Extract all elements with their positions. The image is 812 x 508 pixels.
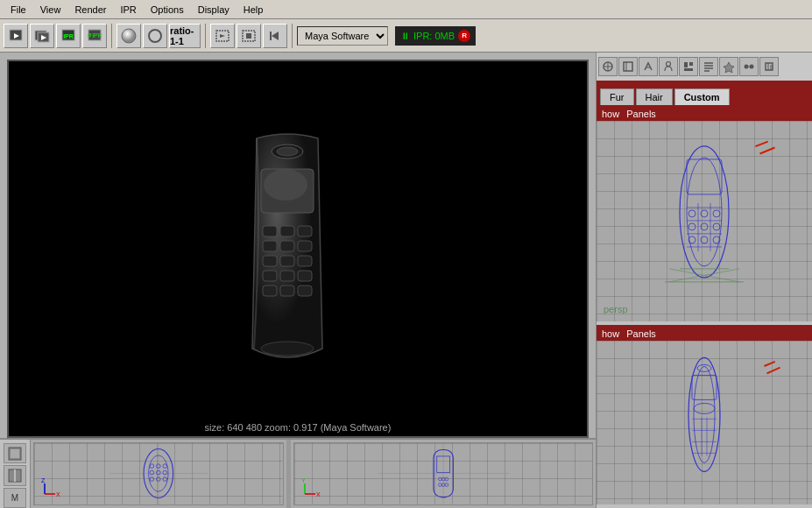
- svg-point-109: [713, 223, 720, 230]
- svg-rect-21: [263, 226, 277, 236]
- menu-view[interactable]: View: [33, 3, 68, 17]
- render-prev-button[interactable]: [263, 24, 287, 48]
- attr-icon-2[interactable]: [618, 57, 638, 76]
- right-viewport-top-show[interactable]: how: [602, 109, 619, 119]
- svg-line-93: [755, 142, 768, 147]
- tab-fur[interactable]: Fur: [600, 88, 634, 105]
- svg-point-79: [667, 62, 671, 67]
- sphere-icon-button[interactable]: [117, 24, 141, 48]
- tab-custom[interactable]: Custom: [674, 88, 730, 105]
- svg-rect-27: [263, 256, 277, 266]
- menu-display[interactable]: Display: [191, 3, 237, 17]
- svg-rect-26: [298, 241, 312, 251]
- svg-point-18: [277, 147, 298, 156]
- svg-rect-90: [766, 63, 773, 70]
- svg-point-49: [150, 470, 154, 475]
- bottom-viewport-2[interactable]: Y X: [293, 442, 593, 505]
- svg-point-46: [150, 464, 154, 469]
- svg-line-117: [764, 362, 775, 366]
- red-ticks-top: [751, 138, 794, 166]
- svg-text:Y: Y: [301, 478, 306, 483]
- attr-icon-4[interactable]: [659, 57, 678, 76]
- right-panel: Fur Hair Custom how Panels: [596, 53, 812, 508]
- phone-model: [235, 125, 340, 372]
- axis-indicator-2: Y X: [298, 478, 324, 501]
- svg-rect-22: [280, 226, 294, 236]
- ratio-label: ratio-1-1: [170, 25, 200, 46]
- render-viewport[interactable]: size: 640 480 zoom: 0.917 (Maya Software…: [7, 60, 589, 438]
- bottom-viewport-1[interactable]: Z X: [33, 442, 284, 505]
- svg-text:X: X: [56, 491, 60, 497]
- render-region-end-button[interactable]: [237, 24, 261, 48]
- svg-point-52: [150, 477, 154, 482]
- attr-icon-3[interactable]: [639, 57, 658, 76]
- svg-rect-35: [298, 286, 312, 296]
- svg-point-63: [438, 477, 441, 481]
- svg-point-107: [688, 223, 695, 230]
- attr-icon-6[interactable]: [699, 57, 718, 76]
- svg-point-123: [694, 404, 715, 414]
- menu-render[interactable]: Render: [67, 3, 113, 17]
- render-canvas: size: 640 480 zoom: 0.917 (Maya Software…: [9, 61, 587, 436]
- svg-point-105: [701, 210, 708, 217]
- svg-point-87: [745, 65, 749, 69]
- menu-file[interactable]: File: [4, 3, 33, 17]
- bottom-tool-2[interactable]: [4, 465, 26, 485]
- svg-point-51: [163, 470, 167, 475]
- svg-rect-34: [280, 286, 294, 296]
- svg-rect-81: [684, 62, 688, 67]
- svg-marker-15: [272, 32, 279, 40]
- render-sequence-button[interactable]: [30, 24, 54, 48]
- attr-icon-8[interactable]: [739, 57, 759, 76]
- svg-point-104: [688, 210, 695, 217]
- attr-tabs: Fur Hair Custom: [597, 81, 812, 105]
- bottom-tool-1[interactable]: [4, 443, 26, 463]
- main-layout: size: 640 480 zoom: 0.917 (Maya Software…: [0, 53, 812, 508]
- attr-icon-9[interactable]: [759, 57, 779, 76]
- right-viewport-bottom-canvas[interactable]: [597, 341, 812, 504]
- svg-point-119: [688, 358, 720, 472]
- svg-point-121: [697, 365, 711, 372]
- renderer-select[interactable]: Maya Software: [297, 26, 388, 46]
- svg-point-10: [149, 30, 161, 42]
- menu-ipr[interactable]: IPR: [113, 3, 143, 17]
- menu-bar: File View Render IPR Options Display Hel…: [0, 0, 812, 19]
- svg-rect-24: [263, 241, 277, 251]
- svg-point-120: [694, 367, 715, 463]
- right-viewport-bottom-show[interactable]: how: [602, 328, 619, 339]
- attr-icon-1[interactable]: [598, 57, 618, 76]
- bottom-maya-tools: M: [0, 440, 31, 508]
- svg-rect-31: [280, 271, 294, 281]
- toolbar-separator-3: [292, 24, 293, 48]
- circle-outline-button[interactable]: [143, 24, 167, 48]
- right-viewport-top-canvas[interactable]: persp: [597, 121, 812, 321]
- render-status-bar: size: 640 480 zoom: 0.917 (Maya Software…: [9, 422, 587, 433]
- wireframe-phone-bottom: [678, 349, 731, 483]
- ipr-label: IPR: 0MB: [413, 31, 455, 41]
- right-viewport-bottom-panels[interactable]: Panels: [626, 328, 656, 339]
- attr-icon-7[interactable]: [719, 57, 738, 76]
- svg-point-20: [264, 169, 307, 201]
- svg-rect-25: [280, 241, 294, 251]
- bottom-tool-3[interactable]: M: [4, 488, 26, 508]
- ratio-1-1-button[interactable]: ratio-1-1: [169, 24, 201, 48]
- ipr-indicator: R: [458, 30, 470, 42]
- ipr-status: ⏸ IPR: 0MB R: [395, 26, 476, 46]
- svg-text:IPR: IPR: [63, 33, 74, 39]
- svg-point-96: [687, 158, 722, 266]
- ipr-render-button[interactable]: IPR: [56, 24, 81, 48]
- svg-line-118: [766, 367, 780, 373]
- ipr-refresh-button[interactable]: ↺IPR: [82, 24, 107, 48]
- tab-hair[interactable]: Hair: [636, 88, 673, 105]
- render-region-start-button[interactable]: [210, 24, 235, 48]
- menu-options[interactable]: Options: [144, 3, 191, 17]
- svg-point-108: [701, 223, 708, 230]
- attr-icon-5[interactable]: [679, 57, 698, 76]
- menu-help[interactable]: Help: [237, 3, 271, 17]
- svg-line-94: [759, 147, 775, 153]
- right-viewport-top-panels[interactable]: Panels: [626, 109, 656, 119]
- svg-point-68: [445, 483, 448, 487]
- strip-separator: [286, 440, 291, 508]
- axis-indicator-1: Z X: [38, 478, 64, 501]
- render-image-button[interactable]: [4, 24, 28, 48]
